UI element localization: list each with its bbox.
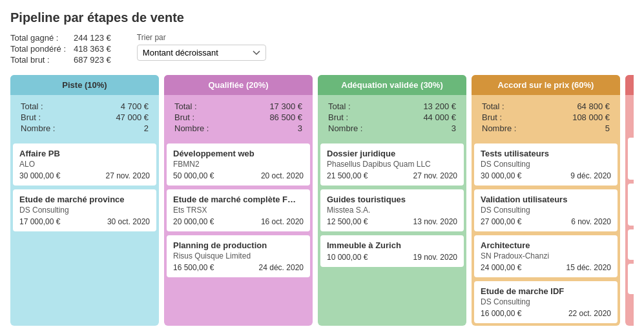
total-brut-value: 687 923 €: [74, 55, 111, 65]
deal-amount: 16 000,00 €: [481, 309, 521, 318]
total-pondere-value: 418 363 €: [74, 44, 111, 54]
sort-block: Trier par Montant décroissant Montant cr…: [137, 33, 266, 61]
deal-title: Dossier juridique: [327, 149, 457, 158]
deal-title: Guides touristiques: [327, 195, 457, 204]
total-gagne-label: Total gagné :: [10, 33, 66, 43]
deal-title: Planning de production: [173, 240, 304, 250]
deal-amount: 50 000,00 €: [173, 171, 214, 180]
col-header-accord: Accord sur le prix (60%): [472, 75, 620, 95]
deal-title: Etude de marche IDF: [481, 286, 611, 296]
deal-date: 19 nov. 2020: [413, 253, 457, 262]
deal-title: Affaire PB: [19, 149, 150, 158]
deal-amount: 20 000,00 €: [173, 217, 214, 226]
deal-footer: 50 000,00 € 20 oct. 2020: [173, 171, 304, 180]
deal-amount: 27 000,00 €: [481, 217, 521, 226]
column-partial: Cor… Total Brut Nom… Tari… Feu… 26 0…: [625, 75, 634, 326]
deal-footer: 27 000,00 € 6 nov. 2020: [481, 217, 611, 226]
col-cards-adequation: Dossier juridique Phasellus Dapibus Quam…: [318, 143, 466, 270]
col-cards-partial: Tari… Feu… 26 0… Lot… Risu… 24 0… Cor: [625, 138, 634, 297]
column-qualifiee: Qualifiée (20%) Total : 17 300 € Brut : …: [164, 75, 313, 326]
deal-card[interactable]: Tests utilisateurs DS Consulting 30 000,…: [474, 143, 618, 186]
page-title: Pipeline par étapes de vente: [10, 10, 634, 25]
column-accord: Accord sur le prix (60%) Total : 64 800 …: [472, 75, 620, 326]
column-piste: Piste (10%) Total : 4 700 € Brut : 47 00…: [10, 75, 159, 326]
deal-date: 16 oct. 2020: [261, 217, 304, 226]
deal-footer: 10 000,00 € 19 nov. 2020: [327, 253, 457, 262]
deal-date: 24 déc. 2020: [259, 263, 304, 272]
deal-card[interactable]: Cor 15 0…: [628, 229, 634, 260]
deal-title: Tests utilisateurs: [481, 149, 611, 158]
deal-card[interactable]: Etude de marché complète F… Ets TRSX 20 …: [167, 189, 310, 231]
deal-card[interactable]: Affaire PB ALO 30 000,00 € 27 nov. 2020: [13, 143, 156, 186]
deal-company: FBMN2: [173, 160, 304, 169]
deal-date: 27 nov. 2020: [105, 171, 150, 180]
deal-date: 15 déc. 2020: [566, 263, 611, 272]
deal-footer: 24 000,00 € 15 déc. 2020: [481, 263, 611, 272]
deal-card[interactable]: Tari… Feu… 26 0…: [628, 138, 634, 180]
deal-company: SN Pradoux-Chanzi: [481, 251, 611, 260]
deal-footer: 12 500,00 € 13 nov. 2020: [327, 217, 457, 226]
deal-card[interactable]: Immeuble à Zurich 10 000,00 € 19 nov. 20…: [320, 235, 464, 267]
deal-card[interactable]: Développement web FBMN2 50 000,00 € 20 o…: [167, 143, 310, 186]
col-header-adequation: Adéquation validée (30%): [318, 75, 466, 95]
deal-date: 13 nov. 2020: [413, 217, 457, 226]
deal-footer: 30 000,00 € 27 nov. 2020: [19, 171, 150, 180]
deal-company: DS Consulting: [481, 160, 611, 169]
total-brut-label: Total brut :: [10, 55, 66, 65]
deal-footer: 16 500,00 € 24 déc. 2020: [173, 263, 304, 272]
deal-card[interactable]: Guides touristiques Misstea S.A. 12 500,…: [320, 189, 464, 231]
deal-date: 9 déc. 2020: [570, 171, 611, 180]
deal-amount: 16 500,00 €: [173, 263, 214, 272]
deal-footer: 21 500,00 € 27 nov. 2020: [327, 171, 457, 180]
deal-card[interactable]: Etude de marché province DS Consulting 1…: [13, 189, 156, 231]
deal-company: Risus Quisque Limited: [173, 251, 304, 260]
deal-title: Etude de marché complète F…: [173, 195, 304, 204]
sort-select[interactable]: Montant décroissant Montant croissant Da…: [137, 45, 266, 61]
col-cards-accord: Tests utilisateurs DS Consulting 30 000,…: [472, 143, 620, 326]
total-gagne-value: 244 123 €: [74, 33, 111, 43]
col-cards-qualifiee: Développement web FBMN2 50 000,00 € 20 o…: [164, 143, 313, 280]
col-stats-accord: Total : 64 800 € Brut : 108 000 € Nombre…: [474, 95, 618, 141]
deal-date: 30 oct. 2020: [107, 217, 150, 226]
deal-date: 20 oct. 2020: [261, 171, 304, 180]
pipeline-columns: Piste (10%) Total : 4 700 € Brut : 47 00…: [10, 75, 634, 326]
deal-card[interactable]: Etude de marche IDF DS Consulting 16 000…: [474, 281, 618, 323]
deal-company: DS Consulting: [481, 206, 611, 215]
deal-company: DS Consulting: [19, 206, 150, 215]
deal-title: Immeuble à Zurich: [327, 240, 457, 250]
col-header-qualifiee: Qualifiée (20%): [164, 75, 313, 95]
sort-label: Trier par: [137, 33, 266, 42]
col-stats-partial: Total Brut Nom…: [628, 95, 634, 135]
deal-footer: 16 000,00 € 22 oct. 2020: [481, 309, 611, 318]
page-container: Pipeline par étapes de vente Total gagné…: [0, 0, 644, 329]
deal-company: ALO: [19, 160, 150, 169]
col-header-piste: Piste (10%): [10, 75, 159, 95]
col-cards-piste: Affaire PB ALO 30 000,00 € 27 nov. 2020 …: [10, 143, 159, 234]
deal-amount: 30 000,00 €: [481, 171, 521, 180]
deal-amount: 24 000,00 €: [481, 263, 521, 272]
column-adequation: Adéquation validée (30%) Total : 13 200 …: [318, 75, 466, 326]
deal-amount: 21 500,00 €: [327, 171, 368, 180]
deal-footer: 20 000,00 € 16 oct. 2020: [173, 217, 304, 226]
deal-amount: 30 000,00 €: [19, 171, 60, 180]
deal-company: Phasellus Dapibus Quam LLC: [327, 160, 457, 169]
deal-card[interactable]: Dossier juridique Phasellus Dapibus Quam…: [320, 143, 464, 186]
summary-block: Total gagné : 244 123 € Total pondéré : …: [10, 33, 111, 65]
deal-card[interactable]: Lot… Risu… 24 0…: [628, 184, 634, 226]
deal-card[interactable]: Planning de production Risus Quisque Lim…: [167, 235, 310, 277]
stats-row-total: Total : 4 700 €: [21, 101, 149, 111]
deal-card[interactable]: Lot… 14 8…: [628, 264, 634, 294]
deal-footer: 17 000,00 € 30 oct. 2020: [19, 217, 150, 226]
deal-date: 6 nov. 2020: [571, 217, 611, 226]
col-stats-adequation: Total : 13 200 € Brut : 44 000 € Nombre …: [320, 95, 464, 141]
deal-card[interactable]: Validation utilisateurs DS Consulting 27…: [474, 189, 618, 231]
deal-card[interactable]: Architecture SN Pradoux-Chanzi 24 000,00…: [474, 235, 618, 277]
deal-title: Développement web: [173, 149, 304, 158]
deal-title: Architecture: [481, 240, 611, 250]
deal-date: 27 nov. 2020: [413, 171, 457, 180]
stats-row-nombre: Nombre : 2: [21, 123, 149, 133]
col-stats-piste: Total : 4 700 € Brut : 47 000 € Nombre :…: [13, 95, 156, 141]
deal-title: Validation utilisateurs: [481, 195, 611, 204]
stats-row-brut: Brut : 47 000 €: [21, 112, 149, 122]
col-stats-qualifiee: Total : 17 300 € Brut : 86 500 € Nombre …: [167, 95, 310, 141]
